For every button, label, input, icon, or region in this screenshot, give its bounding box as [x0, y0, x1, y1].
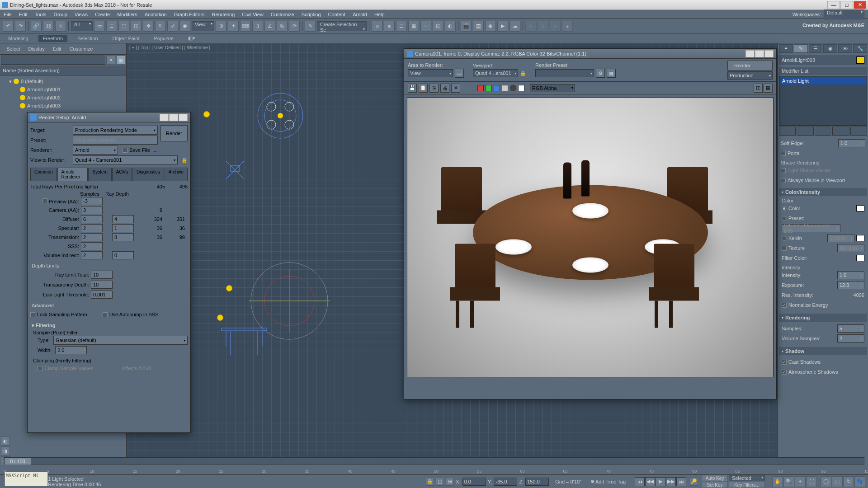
cmd-modify[interactable]: ✎ [794, 44, 808, 53]
display-channel-dd[interactable]: RGB Alpha [530, 84, 575, 92]
scale-button[interactable]: ⤢ [167, 21, 178, 32]
object-name-field[interactable]: ArnoldLight003 [779, 55, 867, 65]
rollout-rendering[interactable]: Rendering [779, 314, 867, 322]
window-minimize[interactable]: — [827, 1, 840, 9]
save-image-icon[interactable]: 💾 [408, 84, 417, 93]
scene-search[interactable] [1, 56, 105, 65]
rpreset-ico1[interactable]: ⚙ [596, 69, 605, 78]
setkey-button[interactable]: Set Key [702, 482, 728, 488]
vp-object-table[interactable] [253, 89, 307, 143]
print-icon[interactable]: 🖨 [440, 84, 449, 93]
chan-g[interactable] [486, 85, 492, 91]
menu-content[interactable]: Content [328, 12, 346, 17]
savefile-check[interactable] [123, 148, 127, 153]
texture-check[interactable] [782, 246, 787, 251]
keyfilters-button[interactable]: Key Filters... [729, 482, 765, 488]
portal-check[interactable] [781, 151, 786, 156]
nav-pan[interactable]: ✋ [772, 476, 783, 487]
render-prod[interactable]: ▶ [497, 21, 508, 32]
chan-a[interactable] [502, 85, 508, 91]
rpreset-ico2[interactable]: ▦ [607, 69, 616, 78]
kelvin-spinner[interactable]: 6500.0 [827, 234, 854, 242]
rendsetup-max[interactable]: □ [169, 114, 178, 121]
toggle-ribbon[interactable]: ▦ [408, 21, 419, 32]
object-color-swatch[interactable] [856, 56, 864, 64]
specular-spinner[interactable]: 2 [81, 224, 103, 232]
menu-help[interactable]: Help [374, 12, 385, 17]
autokey-button[interactable]: Auto Key [702, 475, 728, 481]
window-close[interactable]: ✕ [854, 1, 866, 9]
camera-spinner[interactable]: 3 [81, 206, 103, 214]
normalize-check[interactable] [782, 303, 787, 308]
scene-header[interactable]: Name (Sorted Ascending) [0, 66, 126, 75]
diffuse-depth[interactable]: 4 [112, 215, 134, 223]
cmd-utilities[interactable]: 🔧 [853, 44, 867, 53]
clamp-check[interactable] [38, 366, 42, 371]
xform-type-icon[interactable]: ⊞ [446, 478, 454, 486]
keyfilter-dd[interactable]: Selected [729, 475, 765, 481]
remove-mod[interactable] [832, 127, 849, 136]
menu-grapheditors[interactable]: Graph Editors [174, 12, 205, 17]
chan-swatch[interactable] [518, 85, 524, 91]
menu-tools[interactable]: Tools [35, 12, 47, 17]
ribbon-modeling[interactable]: Modeling [4, 35, 33, 42]
scene-tab-edit[interactable]: Edit [51, 45, 63, 52]
ribbon-objectpaint[interactable]: Object Paint [108, 35, 144, 42]
copy-image-icon[interactable]: 📋 [419, 84, 428, 93]
kelvin-swatch[interactable] [856, 235, 864, 241]
renderwin-max[interactable]: □ [755, 50, 764, 57]
ax-x[interactable]: ○ [525, 21, 536, 32]
ribbon-populate[interactable]: Populate [149, 35, 178, 42]
nav-maximize[interactable]: ⬚ [832, 476, 843, 487]
curve-editor[interactable]: 〰 [420, 21, 431, 32]
render-setup[interactable]: 🎬 [461, 21, 472, 32]
scene-filter-toggle[interactable]: ▦ [116, 56, 125, 65]
spinner-snap[interactable]: ⟳ [289, 21, 300, 32]
menu-file[interactable]: File [4, 12, 12, 17]
manip-button[interactable]: ✦ [228, 21, 239, 32]
nav-fov[interactable]: ⌖ [795, 476, 806, 487]
keymode-icon[interactable]: 🔑 [690, 478, 698, 486]
transpd-spinner[interactable]: 10 [91, 281, 113, 289]
vp-dd[interactable]: Quad 4 ..era001 [473, 69, 518, 77]
prev-frame[interactable]: ◀◀ [645, 477, 655, 486]
chan-mono[interactable] [510, 85, 516, 91]
scene-tab-select[interactable]: Select [5, 45, 22, 52]
diffuse-spinner[interactable]: 6 [81, 215, 103, 223]
align-button[interactable]: ≡ [384, 21, 395, 32]
tab-arnold[interactable]: Arnold Renderer [57, 168, 88, 181]
atmosshadows-check[interactable] [782, 370, 787, 375]
editset-button[interactable]: ✎ [305, 21, 316, 32]
window-maximize[interactable]: □ [840, 1, 853, 9]
ribbon-selection[interactable]: Selection [73, 35, 102, 42]
tab-diag[interactable]: Diagnostics [132, 168, 164, 181]
nav-zoom[interactable]: 🔍 [783, 476, 794, 487]
pin-stack[interactable] [779, 127, 796, 136]
specular-depth[interactable]: 1 [112, 224, 134, 232]
next-frame[interactable]: ▶▶ [666, 477, 676, 486]
preset-radio[interactable] [782, 216, 787, 221]
material-editor[interactable]: ◐ [445, 21, 456, 32]
preview-spinner[interactable]: -3 [81, 197, 103, 205]
rendsetup-min[interactable]: — [160, 114, 169, 121]
play[interactable]: ▶ [656, 477, 665, 486]
locksamp-check[interactable] [30, 312, 35, 317]
preview-check[interactable] [42, 198, 47, 203]
render-frame[interactable]: 🖼 [473, 21, 484, 32]
stack-item[interactable]: Arnold Light [780, 77, 866, 84]
modifier-stack[interactable]: Arnold Light [779, 76, 867, 126]
chan-b[interactable] [494, 85, 500, 91]
raylimit-spinner[interactable]: 10 [91, 271, 113, 279]
softedge-spinner[interactable]: 1.0 [838, 139, 865, 147]
nav-walk[interactable]: 👣 [854, 476, 865, 487]
menu-animation[interactable]: Animation [145, 12, 167, 17]
activeshade[interactable]: ◉ [485, 21, 496, 32]
color-swatch[interactable] [856, 205, 864, 211]
sss-spinner[interactable]: 2 [81, 242, 103, 250]
menu-rendering[interactable]: Rendering [212, 12, 235, 17]
goto-end[interactable]: ⏭ [676, 477, 686, 486]
intensity-spinner[interactable]: 1.0 [837, 271, 864, 279]
tab-aovs[interactable]: AOVs [112, 168, 132, 181]
menu-views[interactable]: Views [75, 12, 88, 17]
renderwin-min[interactable]: — [745, 50, 755, 57]
